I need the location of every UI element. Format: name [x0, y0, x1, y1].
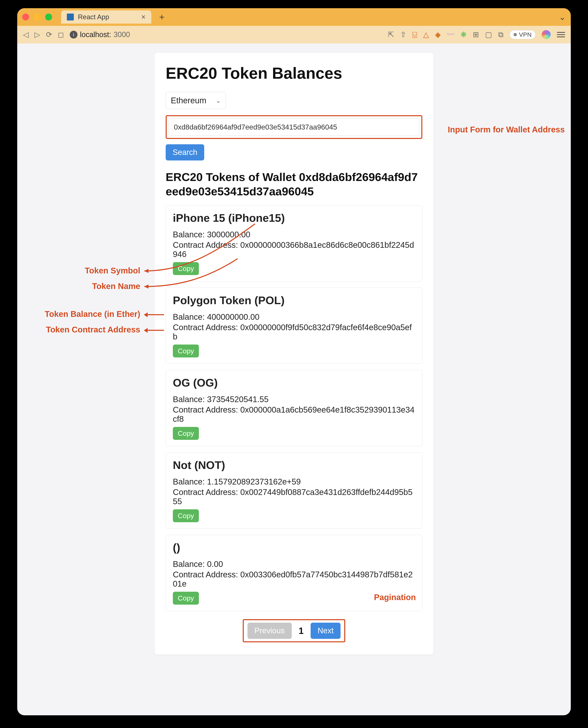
page-content: ERC20 Token Balances Ethereum ⌄ Search E…	[17, 43, 571, 715]
address-bar[interactable]: i localhost:3000	[70, 30, 382, 39]
annotation-arrow-contract	[144, 330, 164, 331]
menu-icon[interactable]	[557, 32, 565, 37]
page-number: 1	[297, 626, 306, 636]
network-select[interactable]: Ethereum ⌄	[166, 92, 226, 109]
site-info-icon[interactable]: i	[70, 31, 78, 39]
wallet-input-highlight	[166, 115, 422, 139]
annotation-token-name: Token Name	[92, 282, 140, 291]
browser-tab[interactable]: React App ×	[61, 10, 151, 24]
next-button[interactable]: Next	[311, 623, 340, 639]
subhead-prefix: ERC20 Tokens of Wallet	[166, 171, 296, 184]
pagination-wrap: Previous 1 Next	[166, 619, 422, 642]
token-contract: Contract Address: 0x00000000366b8a1ec86d…	[173, 240, 415, 259]
token-list: iPhone 15 (iPhone15)Balance: 3000000.00C…	[166, 205, 422, 611]
cast-icon[interactable]: ⇱	[388, 30, 394, 39]
annotation-token-balance: Token Balance (in Ether)	[45, 309, 140, 319]
token-contract: Contract Address: 0x000000a1a6cb569ee64e…	[173, 405, 415, 424]
token-card: Not (NOT)Balance: 1.157920892373162e+59C…	[166, 452, 422, 529]
reload-icon[interactable]: ⟳	[46, 30, 52, 39]
wallet-tokens-heading: ERC20 Tokens of Wallet 0xd8da6bf26964af9…	[166, 170, 422, 199]
browser-toolbar: ◁ ▷ ⟳ ◻ i localhost:3000 ⇱ ⇧ ⍌ △ ◆ 〰 ❋ ⊞…	[17, 26, 571, 43]
close-tab-icon[interactable]: ×	[141, 13, 146, 21]
tabs-overflow-icon[interactable]: ⌄	[559, 12, 566, 22]
shield-icon[interactable]: ⍌	[413, 30, 417, 39]
network-selected-value: Ethereum	[171, 96, 206, 105]
token-title: ()	[173, 541, 415, 554]
copy-button[interactable]: Copy	[173, 344, 199, 358]
close-window-icon[interactable]	[22, 14, 29, 21]
brave-icon[interactable]: △	[423, 30, 429, 39]
nav-back-icon[interactable]: ◁	[23, 30, 29, 39]
token-title: Polygon Token (POL)	[173, 294, 415, 307]
search-button[interactable]: Search	[166, 144, 204, 160]
favicon-icon	[67, 14, 74, 21]
extension-icon-3[interactable]: ⊞	[473, 30, 479, 39]
copy-button[interactable]: Copy	[173, 427, 199, 440]
wallet-address-input[interactable]	[169, 118, 419, 136]
app-card: ERC20 Token Balances Ethereum ⌄ Search E…	[154, 53, 434, 655]
browser-tabstrip: React App × + ⌄	[17, 8, 571, 26]
share-icon[interactable]: ⇧	[400, 30, 406, 39]
extension-icon-4[interactable]: ▢	[485, 30, 492, 39]
token-balance: Balance: 3000000.00	[173, 230, 415, 239]
page-title: ERC20 Token Balances	[166, 64, 422, 83]
previous-button[interactable]: Previous	[248, 623, 292, 639]
token-title: Not (NOT)	[173, 459, 415, 471]
token-title: OG (OG)	[173, 376, 415, 389]
maximize-window-icon[interactable]	[45, 14, 52, 21]
url-port: 3000	[113, 30, 130, 39]
window-controls	[22, 14, 52, 21]
nav-forward-icon[interactable]: ▷	[35, 30, 40, 39]
token-balance: Balance: 0.00	[173, 559, 415, 569]
token-card: Polygon Token (POL)Balance: 400000000.00…	[166, 287, 422, 364]
metamask-icon[interactable]: ◆	[435, 30, 441, 39]
annotation-pagination: Pagination	[374, 593, 416, 602]
vpn-button[interactable]: VPN	[510, 30, 536, 39]
annotation-arrow-balance	[144, 314, 164, 315]
copy-button[interactable]: Copy	[173, 262, 199, 275]
browser-window: React App × + ⌄ ◁ ▷ ⟳ ◻ i localhost:3000…	[17, 8, 571, 715]
tab-title: React App	[78, 13, 109, 21]
profile-avatar-icon[interactable]	[542, 30, 551, 39]
annotation-token-contract: Token Contract Address	[46, 325, 140, 334]
chevron-down-icon: ⌄	[216, 97, 221, 104]
token-balance: Balance: 1.157920892373162e+59	[173, 477, 415, 486]
copy-button[interactable]: Copy	[173, 592, 199, 605]
token-card: iPhone 15 (iPhone15)Balance: 3000000.00C…	[166, 205, 422, 281]
extension-icon-5[interactable]: ⧉	[498, 30, 504, 39]
url-host: localhost:	[80, 30, 111, 39]
token-title: iPhone 15 (iPhone15)	[173, 212, 415, 224]
token-contract: Contract Address: 0x00000000f9fd50c832d7…	[173, 323, 415, 341]
vpn-label: VPN	[519, 31, 532, 38]
copy-button[interactable]: Copy	[173, 509, 199, 522]
bookmark-icon[interactable]: ◻	[58, 30, 64, 39]
annotation-input-form: Input Form for Wallet Address	[448, 125, 565, 134]
svg-marker-1	[144, 284, 148, 288]
new-tab-button[interactable]: +	[156, 12, 168, 23]
minimize-window-icon[interactable]	[34, 14, 41, 21]
pagination-highlight: Previous 1 Next	[243, 619, 345, 642]
token-card: OG (OG)Balance: 37354520541.55Contract A…	[166, 370, 422, 446]
extension-icon-2[interactable]: ❋	[461, 30, 467, 39]
token-balance: Balance: 400000000.00	[173, 312, 415, 322]
annotation-token-symbol: Token Symbol	[85, 266, 140, 275]
token-balance: Balance: 37354520541.55	[173, 395, 415, 404]
extension-icon-1[interactable]: 〰	[447, 30, 454, 39]
svg-marker-0	[144, 269, 148, 273]
token-contract: Contract Address: 0x0027449bf0887ca3e431…	[173, 488, 415, 506]
token-contract: Contract Address: 0x003306ed0fb57a77450b…	[173, 570, 415, 588]
